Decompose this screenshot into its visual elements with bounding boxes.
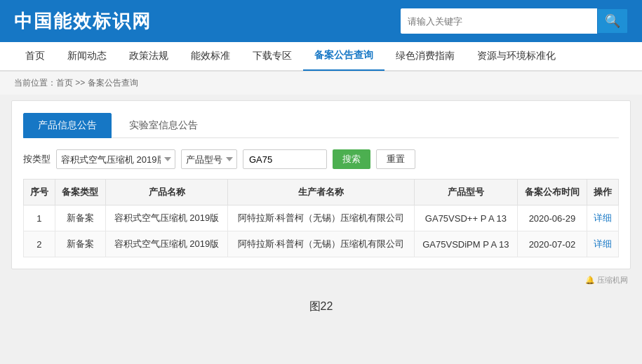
tab-bar: 产品信息公告 实验室信息公告 [23, 112, 619, 138]
cell-seq: 1 [24, 205, 55, 231]
breadcrumb: 当前位置：首页 >> 备案公告查询 [0, 72, 642, 95]
detail-link[interactable]: 详细 [594, 213, 612, 223]
results-table: 序号 备案类型 产品名称 生产者名称 产品型号 备案公布时间 操作 1 新备案 … [23, 179, 619, 257]
cell-product-name: 容积式空气压缩机 2019版 [106, 231, 228, 257]
cell-action[interactable]: 详细 [587, 231, 619, 257]
cell-record-type: 新备案 [55, 205, 105, 231]
cell-seq: 2 [24, 231, 55, 257]
watermark: 🔔 压缩机网 [0, 275, 642, 288]
nav-item-standard[interactable]: 能效标准 [180, 41, 241, 71]
tab-product-info[interactable]: 产品信息公告 [23, 113, 112, 138]
filter-row: 按类型 容积式空气压缩机 2019版 产品型号 搜索 重置 [23, 149, 619, 169]
nav-item-environment[interactable]: 资源与环境标准化 [466, 41, 567, 71]
col-model: 产品型号 [415, 180, 518, 205]
nav-item-policy[interactable]: 政策法规 [118, 41, 180, 71]
nav-item-download[interactable]: 下载专区 [241, 41, 303, 71]
table-row: 1 新备案 容积式空气压缩机 2019版 阿特拉斯·科普柯（无锡）压缩机有限公司… [24, 205, 619, 231]
cell-date: 2020-07-02 [517, 231, 587, 257]
filter-product-type-select[interactable]: 产品型号 [181, 149, 237, 169]
col-seq: 序号 [24, 180, 55, 205]
nav-item-filing[interactable]: 备案公告查询 [303, 41, 384, 71]
nav-item-green[interactable]: 绿色消费指南 [384, 41, 466, 71]
cell-product-name: 容积式空气压缩机 2019版 [106, 205, 228, 231]
col-product-name: 产品名称 [106, 180, 228, 205]
site-logo: 中国能效标识网 [14, 9, 152, 34]
filter-type-label: 按类型 [23, 153, 51, 166]
search-input[interactable] [401, 8, 597, 34]
table-row: 2 新备案 容积式空气压缩机 2019版 阿特拉斯·科普柯（无锡）压缩机有限公司… [24, 231, 619, 257]
search-submit-button[interactable]: 搜索 [333, 149, 370, 169]
detail-link[interactable]: 详细 [594, 238, 612, 249]
figure-caption: 图22 [0, 299, 642, 320]
header: 中国能效标识网 🔍 [0, 0, 642, 42]
cell-action[interactable]: 详细 [587, 205, 619, 231]
filter-keyword-input[interactable] [243, 149, 327, 169]
col-manufacturer: 生产者名称 [228, 180, 415, 205]
reset-button[interactable]: 重置 [376, 149, 415, 169]
col-date: 备案公布时间 [517, 180, 587, 205]
search-bar: 🔍 [401, 8, 628, 34]
search-button[interactable]: 🔍 [597, 8, 628, 34]
main-nav: 首页 新闻动态 政策法规 能效标准 下载专区 备案公告查询 绿色消费指南 资源与… [0, 42, 642, 72]
cell-manufacturer: 阿特拉斯·科普柯（无锡）压缩机有限公司 [228, 205, 415, 231]
main-content: 产品信息公告 实验室信息公告 按类型 容积式空气压缩机 2019版 产品型号 搜… [11, 100, 631, 269]
filter-type-select[interactable]: 容积式空气压缩机 2019版 [56, 149, 175, 169]
col-record-type: 备案类型 [55, 180, 105, 205]
cell-manufacturer: 阿特拉斯·科普柯（无锡）压缩机有限公司 [228, 231, 415, 257]
nav-item-home[interactable]: 首页 [14, 41, 56, 71]
cell-date: 2020-06-29 [517, 205, 587, 231]
tab-lab-info[interactable]: 实验室信息公告 [114, 113, 213, 138]
cell-model: GA75VSD++ P A 13 [415, 205, 518, 231]
nav-item-news[interactable]: 新闻动态 [56, 41, 118, 71]
col-action: 操作 [587, 180, 619, 205]
cell-model: GA75VSDiPM P A 13 [415, 231, 518, 257]
cell-record-type: 新备案 [55, 231, 105, 257]
search-icon: 🔍 [605, 13, 620, 29]
